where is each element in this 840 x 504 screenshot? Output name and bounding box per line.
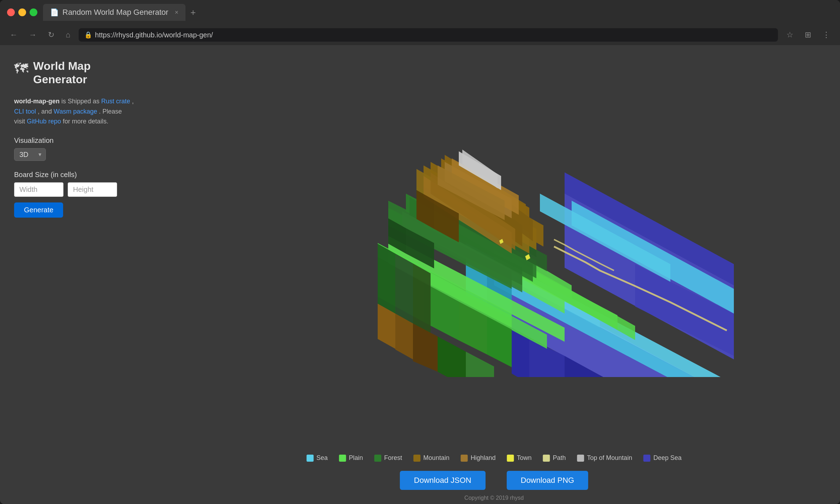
highland-color [461, 455, 468, 462]
home-button[interactable]: ⌂ [63, 29, 73, 41]
legend-item-town: Town [507, 454, 531, 462]
deep-sea-label: Deep Sea [653, 454, 682, 462]
legend-item-deep-sea: Deep Sea [644, 454, 682, 462]
map-canvas [247, 130, 741, 377]
close-button[interactable] [7, 8, 15, 16]
legend-item-highland: Highland [461, 454, 495, 462]
title-bar: 📄 Random World Map Generator × + [0, 0, 840, 25]
download-json-button[interactable]: Download JSON [400, 471, 486, 490]
bookmark-icon[interactable]: ☆ [784, 29, 796, 41]
top-mountain-label: Top of Mountain [587, 454, 632, 462]
highland-label: Highland [470, 454, 495, 462]
active-tab[interactable]: 📄 Random World Map Generator × [43, 4, 185, 21]
town-color [507, 455, 514, 462]
tab-bar: 📄 Random World Map Generator × + [43, 4, 833, 21]
map-icon: 🗺 [14, 61, 28, 77]
maximize-button[interactable] [30, 8, 37, 16]
github-repo-link[interactable]: GitHub repo [27, 118, 61, 125]
download-png-button[interactable]: Download PNG [507, 471, 589, 490]
sea-label: Sea [316, 454, 328, 462]
tab-favicon: 📄 [50, 8, 59, 17]
wasm-package-link[interactable]: Wasm package [54, 108, 97, 115]
minimize-button[interactable] [18, 8, 26, 16]
nav-bar: ← → ↻ ⌂ 🔒 https://rhysd.github.io/world-… [0, 25, 840, 45]
address-bar[interactable]: 🔒 https://rhysd.github.io/world-map-gen/ [79, 28, 778, 42]
legend-item-sea: Sea [306, 454, 328, 462]
town-label: Town [517, 454, 531, 462]
url-text: https://rhysd.github.io/world-map-gen/ [95, 31, 213, 39]
legend: Sea Plain Forest Mountain Highland [306, 454, 681, 462]
refresh-button[interactable]: ↻ [45, 29, 57, 41]
forest-color [374, 455, 381, 462]
tab-title: Random World Map Generator [62, 8, 168, 17]
lock-icon: 🔒 [84, 31, 92, 39]
visualization-label: Visualization [14, 136, 134, 145]
footer: Copyright © 2019 rhysd [464, 495, 524, 501]
app-title: World Map Generator [33, 59, 91, 86]
viz-select-wrapper: 3D 2D ▼ [14, 148, 46, 161]
svg-marker-58 [378, 244, 395, 314]
svg-marker-64 [438, 336, 466, 377]
page-content: 🗺 World Map Generator world-map-gen is S… [0, 45, 840, 504]
height-input[interactable] [68, 182, 117, 197]
legend-item-mountain: Mountain [413, 454, 449, 462]
app-header: 🗺 World Map Generator [14, 59, 134, 86]
plain-label: Plain [349, 454, 363, 462]
path-color [543, 455, 550, 462]
legend-item-path: Path [543, 454, 566, 462]
forward-button[interactable]: → [26, 29, 39, 41]
rust-crate-link[interactable]: Rust crate [101, 98, 130, 105]
board-size-label: Board Size (in cells) [14, 171, 134, 179]
traffic-lights [7, 8, 37, 16]
size-inputs [14, 182, 134, 197]
visualization-section: Visualization 3D 2D ▼ [14, 136, 134, 161]
tab-close-icon[interactable]: × [175, 9, 178, 16]
viz-select[interactable]: 3D 2D [14, 148, 46, 161]
app-name: world-map-gen [14, 98, 60, 105]
mountain-label: Mountain [423, 454, 449, 462]
deep-sea-color [644, 455, 651, 462]
menu-icon[interactable]: ⋮ [820, 29, 833, 41]
mountain-color [413, 455, 420, 462]
extension-icon[interactable]: ⊞ [802, 29, 814, 41]
plain-color [339, 455, 346, 462]
board-size-section: Board Size (in cells) Generate [14, 171, 134, 218]
legend-item-top-mountain: Top of Mountain [577, 454, 632, 462]
download-buttons: Download JSON Download PNG [400, 471, 588, 490]
legend-item-forest: Forest [374, 454, 402, 462]
map-svg [247, 130, 741, 377]
new-tab-button[interactable]: + [187, 6, 199, 19]
back-button[interactable]: ← [7, 29, 20, 41]
cli-tool-link[interactable]: CLI tool [14, 108, 36, 115]
svg-marker-60 [413, 263, 431, 335]
svg-marker-63 [413, 323, 438, 372]
copyright-text: Copyright © 2019 rhysd [464, 495, 524, 501]
browser-window: 📄 Random World Map Generator × + ← → ↻ ⌂… [0, 0, 840, 504]
path-label: Path [553, 454, 566, 462]
sea-color [306, 455, 314, 462]
forest-label: Forest [384, 454, 402, 462]
description: world-map-gen is Shipped as Rust crate ,… [14, 96, 134, 127]
generate-button[interactable]: Generate [14, 202, 63, 218]
width-input[interactable] [14, 182, 63, 197]
legend-item-plain: Plain [339, 454, 363, 462]
top-mountain-color [577, 455, 584, 462]
map-area: Sea Plain Forest Mountain Highland [148, 45, 840, 504]
left-panel: 🗺 World Map Generator world-map-gen is S… [0, 45, 148, 504]
